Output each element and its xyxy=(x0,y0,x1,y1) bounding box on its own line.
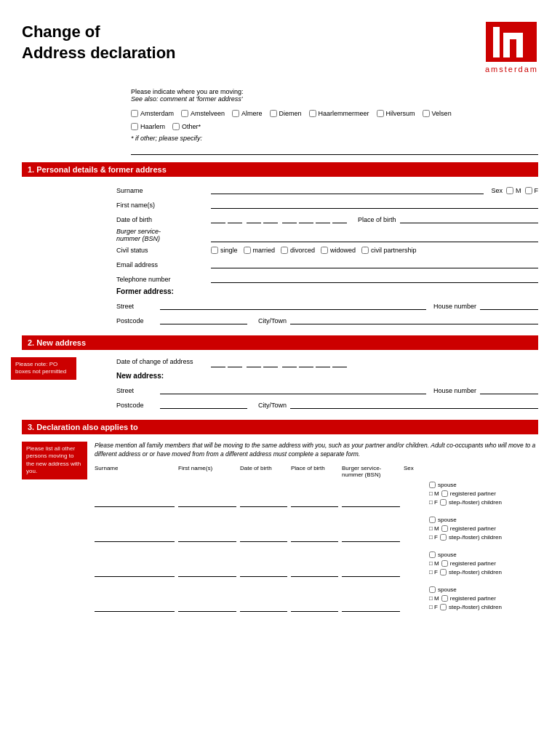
dob-day1[interactable] xyxy=(211,213,225,223)
checkbox-haarlem[interactable]: Haarlem xyxy=(131,123,165,130)
house-number-label-2: House number xyxy=(433,387,476,394)
rel-spouse-1[interactable]: spouse xyxy=(429,481,538,490)
civil-single[interactable]: single xyxy=(211,247,238,254)
sex-f-checkbox[interactable]: F xyxy=(525,187,539,194)
decl-firstname-3[interactable] xyxy=(178,567,236,577)
civil-divorced[interactable]: divorced xyxy=(281,247,315,254)
decl-bsn-1[interactable] xyxy=(342,497,400,507)
pob-input[interactable] xyxy=(400,213,538,223)
dob-year1[interactable] xyxy=(282,213,297,223)
house-number-label-1: House number xyxy=(433,303,476,310)
surname-input[interactable] xyxy=(211,184,484,194)
date-change-day2[interactable] xyxy=(228,357,242,367)
col-sex-header: Sex xyxy=(404,465,425,478)
bsn-row: Burger service- nummer (BSN) xyxy=(116,228,538,242)
date-change-month2[interactable] xyxy=(263,357,278,367)
rel-children-4[interactable]: □ F step-/foster) children xyxy=(429,603,538,612)
decl-pob-3[interactable] xyxy=(291,567,338,577)
checkbox-haarlemmermeer[interactable]: Haarlemmermeer xyxy=(309,110,369,117)
page-title: Change of Address declaration xyxy=(22,22,176,63)
postcode-input-1[interactable] xyxy=(160,314,247,324)
date-change-year1[interactable] xyxy=(282,357,297,367)
checkbox-amsterdam[interactable]: Amsterdam xyxy=(131,110,174,117)
firstname-input[interactable] xyxy=(211,199,538,209)
date-change-year3[interactable] xyxy=(316,357,330,367)
rel-partner-2[interactable]: □ M registered partner xyxy=(429,525,538,533)
section-2: 2. New address Please note: PO boxes not… xyxy=(22,335,538,409)
checkbox-almere[interactable]: Almere xyxy=(232,110,263,117)
rel-spouse-3[interactable]: spouse xyxy=(429,551,538,559)
decl-firstname-4[interactable] xyxy=(178,602,236,612)
amsterdam-logo xyxy=(486,22,537,62)
street-input-2[interactable] xyxy=(160,384,426,394)
city-input-2[interactable] xyxy=(290,399,538,409)
postcode-input-2[interactable] xyxy=(160,399,247,409)
rel-children-2[interactable]: □ F step-/foster) children xyxy=(429,533,538,542)
city-label-2: City/Town xyxy=(258,402,287,409)
rel-children-3[interactable]: □ F step-/foster) children xyxy=(429,568,538,577)
rel-children-1[interactable]: □ F step-/foster) children xyxy=(429,498,538,507)
dob-year2[interactable] xyxy=(299,213,313,223)
city-input-1[interactable] xyxy=(290,314,538,324)
col-bsn-header: Burger service-nummer (BSN) xyxy=(342,465,400,478)
decl-firstname-1[interactable] xyxy=(178,497,236,507)
decl-bsn-4[interactable] xyxy=(342,602,400,612)
dob-day2[interactable] xyxy=(228,213,242,223)
rel-partner-1[interactable]: □ M registered partner xyxy=(429,490,538,498)
decl-surname-3[interactable] xyxy=(95,567,175,577)
col-firstname-header: First name(s) xyxy=(178,465,236,478)
decl-dob-3[interactable] xyxy=(240,567,287,577)
checkbox-amstelveen[interactable]: Amstelveen xyxy=(181,110,225,117)
postcode-city-row-2: Postcode City/Town xyxy=(116,399,538,409)
decl-bsn-3[interactable] xyxy=(342,567,400,577)
rel-partner-3[interactable]: □ M registered partner xyxy=(429,559,538,568)
phone-input[interactable] xyxy=(211,273,538,283)
section-1: 1. Personal details & former address Sur… xyxy=(22,162,538,324)
decl-row-2: spouse □ M registered partner □ F step-/… xyxy=(95,516,538,542)
civil-widowed[interactable]: widowed xyxy=(321,247,356,254)
decl-surname-1[interactable] xyxy=(95,497,175,507)
decl-firstname-2[interactable] xyxy=(178,532,236,542)
checkbox-other[interactable]: Other* xyxy=(172,123,201,130)
date-change-year4[interactable] xyxy=(332,357,347,367)
decl-dob-1[interactable] xyxy=(240,497,287,507)
email-input[interactable] xyxy=(211,258,538,268)
sex-m-checkbox[interactable]: M xyxy=(506,187,521,194)
decl-pob-4[interactable] xyxy=(291,602,338,612)
house-number-input-2[interactable] xyxy=(480,384,538,394)
section3-description: Please mention all family members that w… xyxy=(95,442,538,459)
street-house-row: Street House number xyxy=(116,300,538,310)
decl-bsn-2[interactable] xyxy=(342,532,400,542)
date-change-month1[interactable] xyxy=(247,357,261,367)
dob-month2[interactable] xyxy=(263,213,278,223)
street-label-1: Street xyxy=(116,303,160,310)
decl-relation-4: spouse □ M registered partner □ F step-/… xyxy=(429,586,538,612)
date-change-day1[interactable] xyxy=(211,357,225,367)
rel-spouse-4[interactable]: spouse xyxy=(429,586,538,594)
decl-pob-2[interactable] xyxy=(291,532,338,542)
rel-partner-4[interactable]: □ M registered partner xyxy=(429,594,538,603)
civil-partnership[interactable]: civil partnership xyxy=(361,247,417,254)
street-input-1[interactable] xyxy=(160,300,426,310)
checkbox-velsen[interactable]: Velsen xyxy=(423,110,452,117)
checkbox-diemen[interactable]: Diemen xyxy=(270,110,302,117)
dob-year3[interactable] xyxy=(316,213,330,223)
decl-pob-1[interactable] xyxy=(291,497,338,507)
bsn-input[interactable] xyxy=(211,232,538,242)
street-label-2: Street xyxy=(116,387,160,394)
sex-label: Sex xyxy=(491,187,503,194)
rel-spouse-2[interactable]: spouse xyxy=(429,516,538,525)
dob-year4[interactable] xyxy=(332,213,347,223)
checkbox-hilversum[interactable]: Hilversum xyxy=(377,110,415,117)
decl-dob-4[interactable] xyxy=(240,602,287,612)
decl-row-1: spouse □ M registered partner □ F step-/… xyxy=(95,481,538,507)
dob-month1[interactable] xyxy=(247,213,261,223)
date-change-year2[interactable] xyxy=(299,357,313,367)
civil-married[interactable]: married xyxy=(244,247,276,254)
other-specify-input[interactable] xyxy=(131,145,538,155)
decl-surname-4[interactable] xyxy=(95,602,175,612)
decl-dob-2[interactable] xyxy=(240,532,287,542)
section2-header: 2. New address xyxy=(22,335,538,350)
house-number-input-1[interactable] xyxy=(480,300,538,310)
decl-surname-2[interactable] xyxy=(95,532,175,542)
